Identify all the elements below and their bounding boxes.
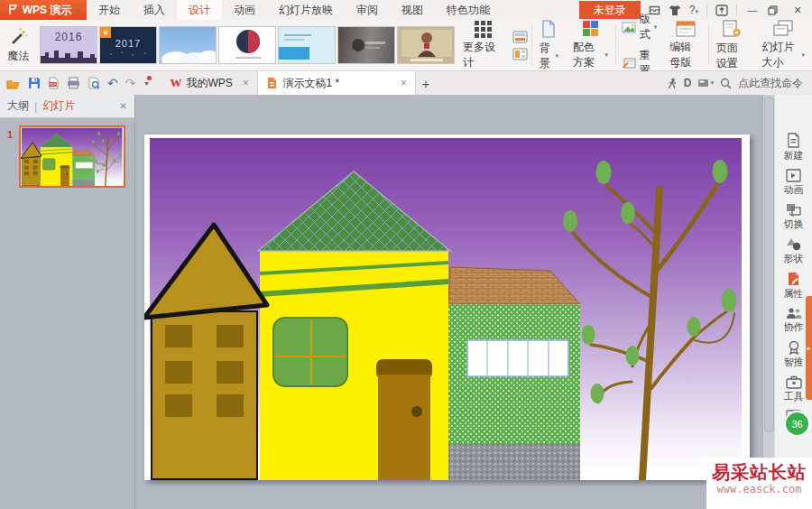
page-setup-button[interactable]: 页面设置	[709, 20, 755, 70]
people-icon	[786, 307, 802, 319]
template-thumbnail-boy[interactable]	[397, 26, 455, 64]
photo-graphic	[338, 27, 395, 64]
template-thumbnail-2016[interactable]: 2016	[40, 26, 97, 64]
watermark-url: www.easck.com	[706, 482, 812, 496]
template-thumbnail-blue[interactable]	[278, 26, 336, 64]
page-setup-icon	[723, 20, 742, 38]
edit-master-icon	[676, 21, 696, 37]
slides-panel: 大纲 | 幻灯片 ✕ 1	[0, 95, 135, 509]
divider	[736, 5, 737, 16]
caret-down-icon: ▾	[556, 52, 559, 60]
divider: |	[34, 100, 37, 113]
editing-canvas[interactable]	[135, 95, 762, 509]
sidebar-item-animation[interactable]: 动画	[775, 167, 812, 199]
save-button[interactable]	[28, 77, 41, 89]
print-preview-button[interactable]	[88, 77, 100, 89]
outline-tab[interactable]: 大纲	[7, 98, 29, 114]
tab-design[interactable]: 设计	[177, 0, 222, 20]
close-panel-icon[interactable]: ✕	[120, 101, 127, 111]
tab-animation[interactable]: 动画	[222, 0, 267, 20]
template-thumbnail-clouds[interactable]	[159, 26, 217, 64]
animation-icon	[786, 169, 801, 182]
search-icon	[720, 78, 732, 89]
ribbon-design: 魔法 2016 ¥ 2017	[0, 20, 812, 71]
layout-button[interactable]: 版式 ▾	[622, 12, 658, 42]
slides-tab[interactable]: 幻灯片	[42, 98, 75, 114]
panel-pull-tab[interactable]: ▸	[806, 296, 812, 400]
tab-slideshow[interactable]: 幻灯片放映	[267, 0, 345, 20]
notification-dot	[147, 76, 152, 80]
caret-down-icon: ▾	[695, 8, 698, 14]
ppt-doc-icon	[266, 77, 278, 89]
template-thumbnail-2017[interactable]: ¥ 2017	[99, 26, 157, 64]
shapes-icon	[786, 237, 802, 251]
tab-review[interactable]: 审阅	[345, 0, 390, 20]
medal-icon	[788, 340, 800, 355]
sidebar-item-shapes[interactable]: 形状	[775, 236, 812, 267]
tab-special-features[interactable]: 特色功能	[435, 0, 502, 20]
wps-logo[interactable]: WPS 演示 ▾	[0, 0, 87, 20]
grid-icon	[475, 21, 492, 38]
city-silhouette	[41, 47, 97, 63]
slide-number: 1	[7, 129, 13, 140]
transition-icon	[786, 203, 802, 217]
background-button[interactable]: 背景▾	[532, 20, 566, 70]
tab-home[interactable]: 开始	[87, 0, 132, 20]
close-tab-icon[interactable]: ✕	[401, 79, 408, 88]
app-name: WPS 演示	[23, 3, 72, 18]
magic-wand-icon	[9, 27, 29, 47]
close-button[interactable]: ✕	[790, 5, 805, 16]
more-designs-button[interactable]: 更多设计	[457, 20, 509, 70]
template-library-button[interactable]	[512, 48, 528, 60]
notification-badge[interactable]: 36	[784, 411, 810, 437]
wps-presentation-window: WPS 演示 ▾ 开始 插入 设计 动画 幻灯片放映 审阅 视图 特色功能 未登…	[0, 0, 812, 509]
document-tab-bar: PDF ↶ ↷ ▾ W 我的WPS ✕ 演示文稿1 * ✕ +	[0, 71, 812, 96]
tab-my-wps[interactable]: W 我的WPS ✕	[161, 71, 257, 95]
help-button[interactable]: ?▾	[689, 4, 698, 16]
redo-button[interactable]: ↷	[125, 76, 136, 90]
color-scheme-button[interactable]: 配色方案▾	[566, 20, 615, 70]
divider	[706, 5, 707, 16]
new-tab-button[interactable]: +	[421, 76, 429, 91]
sidebar-item-transition[interactable]: 切换	[775, 201, 812, 233]
minimize-button[interactable]: —	[745, 5, 760, 15]
wps-flag-icon	[8, 5, 19, 15]
watermark-title: 易采站长站	[706, 462, 812, 482]
import-template-button[interactable]	[512, 31, 528, 43]
reset-icon	[622, 58, 636, 69]
template-thumbnail-circle[interactable]	[218, 26, 276, 64]
paid-badge: ¥	[100, 27, 111, 38]
magic-button[interactable]: 魔法	[0, 20, 37, 70]
sidebar-item-new[interactable]: 新建	[775, 131, 812, 164]
slide-thumbnail[interactable]	[19, 125, 125, 188]
export-pdf-button[interactable]: PDF	[48, 77, 60, 89]
template-thumbnail-photo-dark[interactable]	[337, 26, 395, 64]
color-scheme-icon	[582, 20, 599, 37]
open-file-button[interactable]	[6, 78, 21, 89]
docer-icon[interactable]: D	[684, 77, 692, 89]
edit-master-button[interactable]: 编辑母版	[662, 20, 708, 70]
undo-button[interactable]: ↶	[107, 76, 118, 90]
scrollbar-thumb[interactable]	[764, 97, 774, 432]
assistant-icon[interactable]	[667, 78, 678, 89]
watermark: 易采站长站 www.easck.com	[706, 458, 812, 509]
task-window-icon[interactable]: ▾	[697, 79, 714, 88]
slide-canvas[interactable]	[144, 134, 750, 480]
boy-photo-graphic	[398, 27, 455, 64]
close-tab-icon[interactable]: ✕	[243, 79, 250, 88]
find-command-hint[interactable]: 点此查找命令	[738, 76, 803, 91]
print-button[interactable]	[67, 77, 80, 89]
tab-insert[interactable]: 插入	[132, 0, 177, 20]
sparkle-dots	[100, 49, 157, 60]
customize-toolbar-button[interactable]: ▾	[144, 79, 148, 88]
tab-view[interactable]: 视图	[390, 0, 435, 20]
svg-text:PDF: PDF	[49, 82, 57, 87]
arrow-right-icon: ▸	[807, 345, 811, 352]
upload-feedback-icon[interactable]	[715, 5, 728, 16]
slide-size-button[interactable]: 幻灯片大小▾	[754, 20, 812, 70]
skin-icon[interactable]	[669, 5, 681, 16]
caret-down-icon: ▾	[75, 6, 78, 14]
restore-button[interactable]	[768, 5, 782, 15]
tab-presentation1[interactable]: 演示文稿1 * ✕	[257, 71, 416, 95]
vertical-scrollbar[interactable]	[762, 95, 774, 509]
